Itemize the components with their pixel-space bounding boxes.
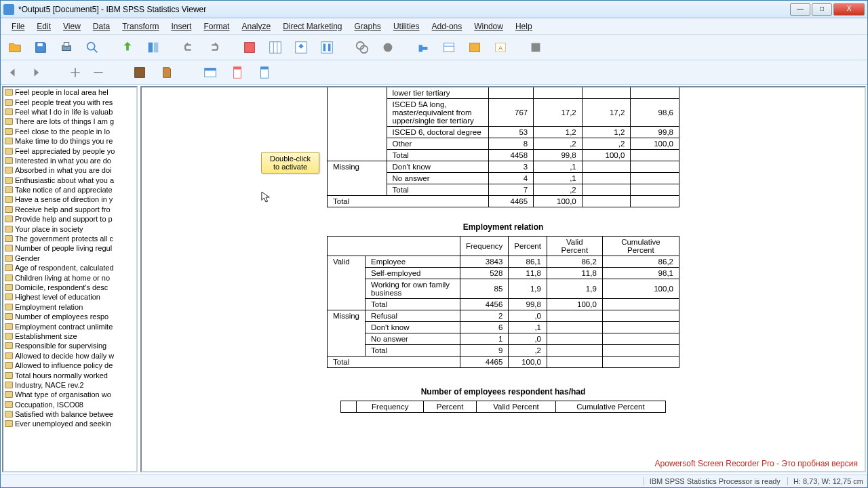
book-icon <box>5 284 13 291</box>
outline-item[interactable]: Ever unemployed and seekin <box>3 419 136 428</box>
menu-graphs[interactable]: Graphs <box>349 20 387 33</box>
outline-item[interactable]: Receive help and support fro <box>3 205 136 214</box>
outline-item[interactable]: Industry, NACE rev.2 <box>3 380 136 390</box>
select-icon[interactable] <box>413 37 433 58</box>
outline-tree[interactable]: Feel people in local area helFeel people… <box>2 86 138 472</box>
outline-item[interactable]: Provide help and support to p <box>3 214 136 224</box>
outline-item[interactable]: Total hours normally worked <box>3 370 136 380</box>
undo-icon[interactable] <box>178 37 199 58</box>
freq-table-employees[interactable]: FrequencyPercentValid PercentCumulative … <box>340 401 666 413</box>
nav-forward-icon[interactable] <box>28 64 44 81</box>
outline-item[interactable]: Enthusiastic about what you a <box>3 176 136 185</box>
menu-add-ons[interactable]: Add-ons <box>427 20 468 33</box>
outline-item[interactable]: Establishment size <box>3 331 136 341</box>
recall-icon[interactable] <box>143 37 163 58</box>
variables-icon[interactable] <box>291 37 311 58</box>
menu-utilities[interactable]: Utilities <box>388 20 425 33</box>
menu-insert[interactable]: Insert <box>165 20 197 33</box>
outline-item[interactable]: Satisfied with balance betwee <box>3 409 136 419</box>
outline-item[interactable]: Absorbed in what you are doi <box>3 165 136 175</box>
menu-data[interactable]: Data <box>87 20 115 33</box>
outline-item[interactable]: Number of employees respo <box>3 312 136 321</box>
minimize-button[interactable]: — <box>790 3 810 16</box>
save-icon[interactable] <box>31 37 51 58</box>
book-icon <box>5 108 13 115</box>
output-viewer[interactable]: lower tier tertiaryISCED 5A long, master… <box>140 86 866 472</box>
nav-back-icon[interactable] <box>5 64 21 81</box>
maximize-button[interactable]: □ <box>812 3 832 16</box>
expand-icon[interactable] <box>67 64 83 81</box>
outline-item[interactable]: Responsible for supervising <box>3 341 136 350</box>
book-icon <box>5 128 13 135</box>
doc2-icon[interactable] <box>254 62 275 83</box>
outline-item[interactable]: Children living at home or no <box>3 272 136 282</box>
titlebar: *Output5 [Document5] - IBM SPSS Statisti… <box>1 1 867 18</box>
export-icon[interactable] <box>117 37 138 58</box>
book-icon <box>5 342 13 349</box>
open-icon[interactable] <box>5 37 25 58</box>
outline-item[interactable]: The government protects all c <box>3 234 136 243</box>
outline-item[interactable]: Take notice of and appreciate <box>3 185 136 195</box>
outline-item[interactable]: There are lots of things I am g <box>3 117 136 126</box>
outline-item[interactable]: Employment contract unlimite <box>3 321 136 331</box>
doc-icon[interactable] <box>227 62 248 83</box>
outline-item[interactable]: Feel people treat you with res <box>3 97 136 106</box>
svg-rect-25 <box>135 67 145 77</box>
window-icon[interactable] <box>200 62 220 83</box>
outline-item[interactable]: What type of organisation wo <box>3 390 136 399</box>
book-icon <box>5 138 13 144</box>
menu-window[interactable]: Window <box>469 20 509 33</box>
designate-icon[interactable] <box>526 37 546 58</box>
chart2-icon[interactable] <box>378 37 398 58</box>
redo-icon[interactable] <box>204 37 224 58</box>
weight-icon[interactable] <box>439 37 459 58</box>
book-icon <box>5 255 13 262</box>
svg-rect-2 <box>64 42 68 45</box>
outline-item[interactable]: Occupation, ISCO08 <box>3 400 136 409</box>
value-labels-icon[interactable]: A <box>490 37 511 58</box>
outline-item[interactable]: Make time to do things you re <box>3 136 136 146</box>
menu-help[interactable]: Help <box>510 20 538 33</box>
outline-item[interactable]: Allowed to decide how daily w <box>3 351 136 361</box>
freq-table-employment[interactable]: FrequencyPercentValid PercentCumulative … <box>327 236 679 368</box>
menu-analyze[interactable]: Analyze <box>236 20 276 33</box>
outline-item[interactable]: Age of respondent, calculated <box>3 263 136 272</box>
freq-table-education[interactable]: lower tier tertiaryISCED 5A long, master… <box>327 87 679 207</box>
menu-view[interactable]: View <box>58 20 86 33</box>
show-icon[interactable] <box>130 62 150 83</box>
outline-item[interactable]: Feel close to the people in lo <box>3 127 136 136</box>
outline-item[interactable]: Feel appreciated by people yo <box>3 146 136 155</box>
menu-direct-marketing[interactable]: Direct Marketing <box>277 20 347 33</box>
outline-item[interactable]: Allowed to influence policy de <box>3 361 136 370</box>
svg-rect-18 <box>444 43 454 52</box>
menu-transform[interactable]: Transform <box>117 20 164 33</box>
menu-format[interactable]: Format <box>198 20 235 33</box>
outline-item[interactable]: Number of people living regul <box>3 243 136 253</box>
book-icon <box>5 206 13 213</box>
split-icon[interactable] <box>465 37 485 58</box>
outline-item[interactable]: Interested in what you are do <box>3 156 136 165</box>
book-icon[interactable] <box>157 62 177 83</box>
preview-icon[interactable] <box>82 37 102 58</box>
book-icon <box>5 293 13 300</box>
outline-item[interactable]: Employment relation <box>3 302 136 312</box>
outline-item[interactable]: Gender <box>3 253 136 263</box>
close-button[interactable]: X <box>833 3 865 16</box>
menubar: FileEditViewDataTransformInsertFormatAna… <box>1 18 867 35</box>
outline-item[interactable]: Feel what I do in life is valuab <box>3 107 136 117</box>
outline-item[interactable]: Highest level of education <box>3 292 136 302</box>
run-icon[interactable] <box>317 37 337 58</box>
goto-data-icon[interactable] <box>239 37 260 58</box>
book-icon <box>5 420 13 427</box>
outline-item[interactable]: Feel people in local area hel <box>3 87 136 97</box>
print-icon[interactable] <box>56 37 77 58</box>
collapse-icon[interactable] <box>90 64 106 81</box>
menu-edit[interactable]: Edit <box>31 20 56 33</box>
chart-icon[interactable] <box>352 37 372 58</box>
menu-file[interactable]: File <box>6 20 30 33</box>
goto-case-icon[interactable] <box>265 37 285 58</box>
outline-item[interactable]: Your place in society <box>3 224 136 233</box>
outline-item[interactable]: Domicile, respondent's desc <box>3 283 136 292</box>
svg-rect-6 <box>154 42 158 52</box>
outline-item[interactable]: Have a sense of direction in y <box>3 195 136 204</box>
